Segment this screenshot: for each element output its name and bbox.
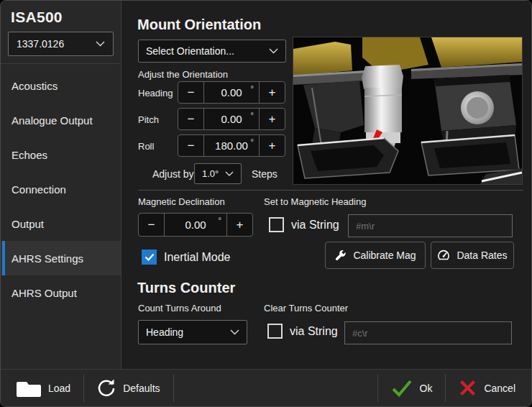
refresh-icon — [97, 379, 116, 398]
sidebar-item-label: AHRS Settings — [12, 252, 83, 265]
sidebar-divider — [1, 63, 121, 64]
pitch-stepper: − 0.00° + — [178, 108, 285, 130]
sidebar-item-label: Output — [12, 218, 44, 230]
pitch-increment-button[interactable]: + — [260, 109, 285, 129]
roll-value[interactable]: 180.00° — [203, 135, 260, 156]
turns-via-string-row: via String — [267, 324, 338, 339]
turns-string-input[interactable] — [344, 321, 512, 344]
orientation-3d-view[interactable] — [293, 37, 523, 185]
defaults-button[interactable]: Defaults — [91, 374, 165, 403]
steps-label: Steps — [252, 168, 278, 180]
degree-unit: ° — [251, 111, 254, 119]
calibrate-mag-label: Calibrate Mag — [353, 250, 416, 261]
sidebar-item-label: Analogue Output — [12, 114, 93, 127]
pitch-decrement-button[interactable]: − — [178, 109, 203, 129]
folder-icon — [17, 379, 41, 398]
declination-value[interactable]: 0.00° — [164, 214, 227, 236]
adjust-step-value: 1.0° — [202, 168, 219, 179]
orientation-select[interactable]: Select Orientation... — [138, 40, 286, 63]
magnetic-declination-stepper: − 0.00° + — [138, 213, 253, 237]
magnetic-via-string-checkbox[interactable] — [269, 217, 284, 232]
sidebar-item-label: Acoustics — [12, 80, 58, 92]
degree-unit: ° — [219, 216, 221, 224]
section-divider — [138, 190, 523, 191]
check-icon — [145, 253, 155, 261]
roll-label: Roll — [138, 141, 154, 152]
sidebar-item-label: Connection — [12, 183, 66, 196]
inertial-mode-row: Inertial Mode — [142, 250, 231, 265]
declination-decrement-button[interactable]: − — [139, 214, 164, 236]
inertial-mode-label: Inertial Mode — [164, 251, 231, 264]
declination-increment-button[interactable]: + — [227, 214, 252, 236]
load-label: Load — [48, 383, 70, 394]
device-selector-dropdown[interactable]: 1337.0126 — [8, 32, 114, 56]
adjust-orientation-label: Adjust the Orientation — [138, 69, 228, 80]
degree-unit: ° — [251, 84, 254, 93]
close-icon — [459, 379, 477, 397]
adjust-by-label: Adjust by — [152, 168, 194, 180]
count-turns-label: Count Turns Around — [138, 303, 221, 314]
heading-value-text: 0.00 — [221, 86, 242, 99]
device-selector-value: 1337.0126 — [17, 38, 64, 50]
heading-label: Heading — [138, 88, 173, 99]
count-turns-value: Heading — [146, 326, 183, 338]
sidebar-item-analogue-output[interactable]: Analogue Output — [1, 103, 121, 137]
ok-button[interactable]: Ok — [385, 374, 439, 403]
calibrate-mag-button[interactable]: Calibrate Mag — [325, 242, 426, 269]
footer-bar: Load Defaults Ok Cancel — [1, 369, 531, 406]
sidebar-item-echoes[interactable]: Echoes — [1, 137, 121, 172]
sidebar-item-ahrs-output[interactable]: AHRS Output — [1, 275, 121, 310]
set-magnetic-heading-label: Set to Magnetic Heading — [264, 196, 366, 207]
turns-counter-title: Turns Counter — [137, 280, 235, 296]
pitch-label: Pitch — [138, 114, 159, 125]
mount-orientation-title: Mount Orientation — [137, 17, 261, 33]
footer-separator — [445, 375, 446, 402]
roll-stepper: − 180.00° + — [178, 134, 285, 157]
magnetic-via-string-label: via String — [291, 219, 339, 232]
turns-via-string-checkbox[interactable] — [267, 324, 283, 339]
wrench-icon — [334, 250, 347, 262]
declination-value-text: 0.00 — [185, 219, 206, 231]
count-turns-select[interactable]: Heading — [138, 320, 247, 344]
heading-decrement-button[interactable]: − — [178, 82, 203, 103]
sidebar-item-connection[interactable]: Connection — [1, 172, 121, 206]
sidebar-item-label: Echoes — [12, 149, 47, 161]
magnetic-via-string-row: via String — [269, 217, 339, 232]
pitch-value-text: 0.00 — [221, 113, 242, 125]
roll-decrement-button[interactable]: − — [178, 135, 203, 156]
heading-stepper: − 0.00° + — [178, 81, 285, 104]
footer-separator — [377, 375, 378, 402]
ok-label: Ok — [420, 383, 433, 394]
footer-separator — [173, 375, 174, 402]
sidebar-item-ahrs-settings[interactable]: AHRS Settings — [1, 241, 121, 275]
sidebar-item-output[interactable]: Output — [1, 206, 121, 241]
sidebar-item-label: AHRS Output — [12, 287, 77, 299]
data-rates-label: Data Rates — [457, 250, 507, 261]
chevron-down-icon — [96, 41, 105, 47]
clear-turns-label: Clear Turns Counter — [264, 303, 348, 314]
gauge-icon — [437, 249, 450, 262]
cancel-label: Cancel — [484, 383, 515, 394]
data-rates-button[interactable]: Data Rates — [431, 242, 514, 269]
magnetic-string-input[interactable] — [348, 214, 513, 237]
check-icon — [391, 379, 413, 397]
pitch-value[interactable]: 0.00° — [203, 109, 260, 129]
sidebar-item-acoustics[interactable]: Acoustics — [1, 68, 121, 103]
chevron-down-icon — [230, 329, 239, 335]
roll-value-text: 180.00 — [215, 140, 248, 152]
footer-separator — [83, 375, 84, 402]
main-panel: Mount Orientation Select Orientation... … — [122, 1, 531, 369]
chevron-down-icon — [269, 48, 278, 54]
roll-increment-button[interactable]: + — [260, 135, 285, 156]
adjust-step-select[interactable]: 1.0° — [194, 163, 242, 184]
cancel-button[interactable]: Cancel — [453, 374, 521, 403]
inertial-mode-checkbox[interactable] — [142, 250, 157, 265]
turns-via-string-label: via String — [290, 325, 338, 338]
isa500-settings-dialog: ISA500 1337.0126 Acoustics Analogue Outp… — [0, 0, 532, 407]
degree-unit: ° — [251, 137, 254, 146]
sidebar-menu: Acoustics Analogue Output Echoes Connect… — [1, 68, 121, 310]
load-button[interactable]: Load — [11, 374, 76, 403]
magnetic-declination-label: Magnetic Declination — [138, 196, 225, 207]
heading-increment-button[interactable]: + — [260, 82, 285, 103]
heading-value[interactable]: 0.00° — [203, 82, 260, 103]
